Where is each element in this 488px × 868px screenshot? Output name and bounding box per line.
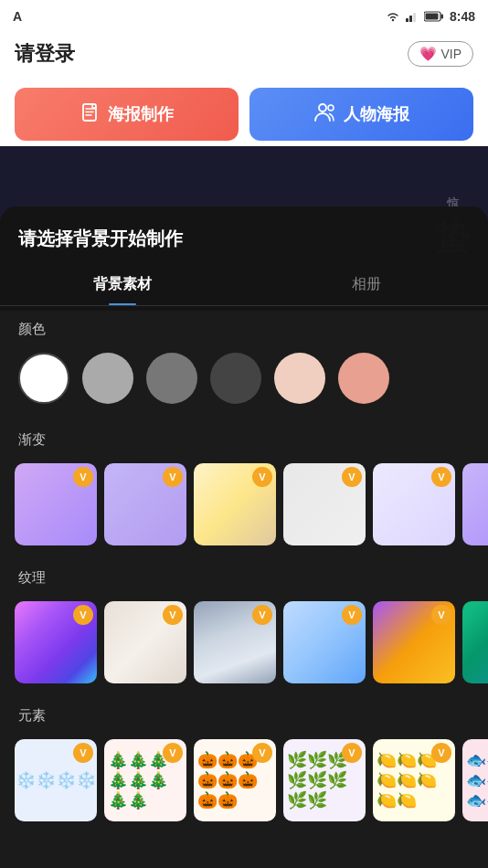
vip-corner-g5: V — [431, 467, 451, 487]
gradient-item-5[interactable]: V — [373, 463, 455, 545]
tab-album[interactable]: 相册 — [244, 268, 488, 305]
svg-point-7 — [319, 104, 326, 111]
signal-icon — [406, 11, 419, 22]
texture-item-3[interactable]: V — [194, 601, 276, 683]
element-item-2[interactable]: V 🎄🎄🎄🎄🎄🎄🎄🎄 — [104, 739, 186, 821]
vip-corner-t3: V — [252, 605, 272, 625]
vip-corner-t1: V — [73, 605, 93, 625]
vip-corner-e2: V — [163, 743, 183, 763]
vip-button[interactable]: 💗 VIP — [408, 41, 473, 67]
svg-rect-5 — [425, 14, 438, 20]
element-row: V ❄️❄️❄️❄️❄️❄️❄️❄️ V 🎄🎄🎄🎄🎄🎄🎄🎄 V 🎃🎃🎃🎃🎃🎃🎃🎃… — [0, 734, 488, 831]
wifi-icon — [386, 11, 400, 22]
poster-button[interactable]: 海报制作 — [15, 88, 239, 141]
poster-file-icon — [80, 102, 101, 122]
element-item-6[interactable]: V 🐟🐟🐟🐟🐟🐟🐟🐟 — [462, 739, 488, 821]
gradient-row: V V V V V V — [0, 458, 488, 555]
vip-heart-icon: 💗 — [419, 46, 437, 62]
app-header: 请登录 💗 VIP — [0, 33, 488, 79]
texture-item-4[interactable]: V — [283, 601, 366, 683]
vip-corner-e1: V — [73, 743, 93, 763]
texture-item-1[interactable]: V — [15, 601, 97, 683]
status-left: A — [13, 9, 22, 24]
element-pattern-6: 🐟🐟🐟🐟🐟🐟🐟🐟 — [462, 739, 488, 821]
gradient-item-3[interactable]: V — [194, 463, 276, 545]
gradient-item-2[interactable]: V — [104, 463, 186, 545]
person-poster-button[interactable]: 人物海报 — [249, 88, 473, 141]
vip-corner-g2: V — [163, 467, 183, 487]
color-row — [0, 347, 488, 417]
app-icon: A — [13, 9, 22, 24]
tab-album-label: 相册 — [352, 276, 381, 291]
status-right: 8:48 — [386, 9, 475, 24]
person-icon — [314, 102, 336, 127]
svg-rect-4 — [440, 15, 443, 19]
color-gray3[interactable] — [210, 353, 261, 404]
poster-icon — [80, 102, 101, 127]
tab-material[interactable]: 背景素材 — [0, 268, 244, 305]
gradient-item-1[interactable]: V — [15, 463, 97, 545]
color-white[interactable] — [18, 353, 69, 404]
texture-item-6[interactable]: V — [462, 601, 488, 683]
vip-corner-e4: V — [342, 743, 362, 763]
color-skin2[interactable] — [338, 353, 389, 404]
vip-corner-g1: V — [73, 467, 93, 487]
gradient-section-label: 渐变 — [0, 417, 488, 458]
color-skin1[interactable] — [274, 353, 325, 404]
overlay-header: 请选择背景开始制作 — [0, 206, 488, 251]
element-item-3[interactable]: V 🎃🎃🎃🎃🎃🎃🎃🎃 — [194, 739, 276, 821]
color-section-label: 颜色 — [0, 306, 488, 347]
gradient-item-6[interactable]: V — [462, 463, 488, 545]
element-item-4[interactable]: V 🌿🌿🌿🌿🌿🌿🌿🌿 — [283, 739, 366, 821]
gradient-item-4[interactable]: V — [283, 463, 366, 545]
vip-corner-e5: V — [431, 743, 451, 763]
vip-corner-g4: V — [342, 467, 362, 487]
app-title: 请登录 — [15, 40, 75, 68]
svg-rect-0 — [406, 18, 408, 22]
overlay-tabs: 背景素材 相册 — [0, 268, 488, 306]
vip-corner-t5: V — [431, 605, 451, 625]
color-gray1[interactable] — [82, 353, 133, 404]
vip-corner-t4: V — [342, 605, 362, 625]
texture-item-5[interactable]: V — [373, 601, 455, 683]
svg-rect-2 — [413, 13, 416, 22]
vip-corner-g3: V — [252, 467, 272, 487]
texture-row: V V V V V V — [0, 596, 488, 693]
svg-point-8 — [328, 105, 334, 111]
element-item-5[interactable]: V 🍋🍋🍋🍋🍋🍋🍋🍋 — [373, 739, 455, 821]
person-button-label: 人物海报 — [344, 103, 409, 125]
vip-corner-t2: V — [163, 605, 183, 625]
action-buttons-row: 海报制作 人物海报 — [0, 79, 488, 153]
overlay-panel: 请选择背景开始制作 背景素材 相册 颜色 渐变 V V V V — [0, 206, 488, 868]
status-time: 8:48 — [450, 9, 475, 24]
svg-rect-1 — [409, 16, 412, 22]
vip-corner-e3: V — [252, 743, 272, 763]
overlay-title: 请选择背景开始制作 — [18, 227, 470, 251]
texture-item-2[interactable]: V — [104, 601, 186, 683]
element-item-1[interactable]: V ❄️❄️❄️❄️❄️❄️❄️❄️ — [15, 739, 97, 821]
texture-section-label: 纹理 — [0, 555, 488, 596]
battery-icon — [424, 11, 444, 22]
people-icon — [314, 102, 336, 122]
tab-material-label: 背景素材 — [93, 276, 152, 291]
element-section-label: 元素 — [0, 693, 488, 734]
poster-button-label: 海报制作 — [108, 103, 174, 125]
status-bar: A 8:48 — [0, 0, 488, 33]
color-gray2[interactable] — [146, 353, 197, 404]
vip-label: VIP — [440, 47, 461, 61]
